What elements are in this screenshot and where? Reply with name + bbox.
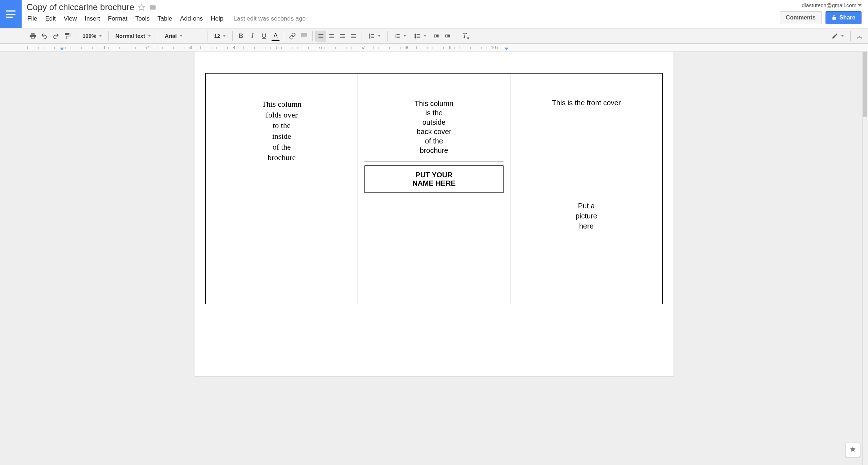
style-value: Normal text: [115, 33, 145, 39]
menu-insert[interactable]: Insert: [85, 15, 100, 22]
underline-button[interactable]: U: [259, 31, 269, 41]
svg-point-23: [415, 35, 416, 36]
increase-indent-button[interactable]: [442, 31, 453, 41]
caret-down-icon: [424, 35, 426, 37]
comments-button[interactable]: Comments: [780, 11, 822, 24]
caret-down-icon: [223, 35, 226, 37]
insert-link-button[interactable]: [287, 31, 298, 41]
caret-down-icon: [841, 35, 844, 37]
brochure-col-1[interactable]: This columnfolds overto theinsideof theb…: [206, 74, 358, 304]
bulleted-list-button[interactable]: [411, 31, 430, 41]
text-color-button[interactable]: A: [270, 31, 281, 41]
italic-button[interactable]: I: [247, 31, 258, 41]
align-left-button[interactable]: [316, 31, 326, 41]
editing-mode-button[interactable]: [828, 31, 847, 41]
picture-placeholder[interactable]: Put apicturehere: [517, 201, 656, 231]
svg-marker-29: [434, 35, 435, 37]
page[interactable]: This columnfolds overto theinsideof theb…: [194, 52, 674, 376]
line-spacing-button[interactable]: [365, 31, 384, 41]
paint-format-button[interactable]: [62, 31, 73, 41]
right-indent-marker[interactable]: [504, 48, 509, 50]
scrollbar-thumb[interactable]: [863, 52, 867, 117]
font-combo[interactable]: Arial: [161, 31, 204, 41]
menu-tools[interactable]: Tools: [135, 15, 150, 22]
clear-formatting-button[interactable]: T✕: [459, 31, 470, 41]
horizontal-ruler[interactable]: 12345678910: [0, 44, 868, 52]
ruler-number: 1: [103, 45, 106, 50]
zoom-value: 100%: [82, 33, 96, 39]
ruler-number: 8: [406, 45, 408, 50]
insert-comment-button[interactable]: [299, 31, 309, 41]
star-icon[interactable]: [138, 4, 145, 11]
svg-text:3: 3: [395, 36, 396, 39]
svg-marker-0: [138, 4, 144, 10]
ruler-number: 3: [190, 45, 192, 50]
zoom-combo[interactable]: 100%: [79, 31, 106, 41]
caret-down-icon: [403, 35, 406, 37]
explore-button[interactable]: [846, 443, 860, 457]
col1-text[interactable]: This columnfolds overto theinsideof theb…: [212, 99, 351, 163]
toolbar: 100% Normal text Arial 12 B I U A 123: [0, 28, 868, 44]
font-value: Arial: [165, 33, 176, 39]
text-cursor: [230, 62, 230, 72]
name-placeholder-box[interactable]: PUT YOURNAME HERE: [364, 165, 504, 193]
paragraph-style-combo[interactable]: Normal text: [112, 31, 155, 41]
docs-logo[interactable]: [0, 0, 22, 28]
svg-marker-34: [445, 35, 447, 37]
col2-text[interactable]: This columnis theoutsideback coverof the…: [364, 99, 504, 155]
caret-down-icon: [378, 35, 381, 37]
docs-logo-icon: [6, 10, 15, 18]
undo-button[interactable]: [39, 31, 50, 41]
document-canvas[interactable]: This columnfolds overto theinsideof theb…: [0, 52, 868, 465]
menu-addons[interactable]: Add-ons: [180, 15, 203, 22]
menu-view[interactable]: View: [64, 15, 77, 22]
svg-point-22: [415, 34, 416, 35]
vertical-scrollbar[interactable]: [862, 52, 868, 465]
menu-table[interactable]: Table: [157, 15, 172, 22]
comments-label: Comments: [786, 14, 816, 21]
titlebar: Copy of chiccarine brochure File Edit Vi…: [0, 0, 868, 28]
ruler-number: 10: [491, 45, 496, 50]
share-label: Share: [840, 14, 855, 21]
align-right-button[interactable]: [337, 31, 348, 41]
ruler-number: 5: [276, 45, 279, 50]
caret-down-icon: [148, 35, 151, 37]
ruler-number: 4: [233, 45, 236, 50]
divider: [364, 161, 504, 162]
bold-button[interactable]: B: [236, 31, 246, 41]
size-value: 12: [214, 33, 220, 39]
menubar: File Edit View Insert Format Tools Table…: [27, 12, 775, 26]
share-button[interactable]: Share: [826, 11, 862, 24]
redo-button[interactable]: [50, 31, 61, 41]
collapse-toolbar-button[interactable]: ︽: [854, 31, 864, 41]
account-menu[interactable]: dlastutech@gmail.com: [802, 2, 862, 8]
ruler-number: 6: [319, 45, 322, 50]
numbered-list-button[interactable]: 123: [390, 31, 410, 41]
document-title[interactable]: Copy of chiccarine brochure: [27, 2, 134, 12]
caret-down-icon: [99, 35, 102, 37]
ruler-number: 7: [363, 45, 365, 50]
svg-point-24: [415, 37, 416, 38]
menu-file[interactable]: File: [27, 15, 37, 22]
brochure-table[interactable]: This columnfolds overto theinsideof theb…: [205, 73, 663, 304]
align-center-button[interactable]: [326, 31, 337, 41]
last-edit-text: Last edit was seconds ago: [233, 15, 305, 22]
menu-format[interactable]: Format: [108, 15, 127, 22]
top-right: dlastutech@gmail.com Comments Share: [780, 0, 868, 28]
col3-title[interactable]: This is the front cover: [517, 99, 656, 107]
ruler-number: 9: [449, 45, 452, 50]
brochure-col-2[interactable]: This columnis theoutsideback coverof the…: [358, 74, 510, 304]
brochure-col-3[interactable]: This is the front cover Put apicturehere: [510, 74, 663, 304]
folder-icon[interactable]: [149, 4, 157, 11]
decrease-indent-button[interactable]: [431, 31, 442, 41]
font-size-combo[interactable]: 12: [210, 31, 229, 41]
menu-edit[interactable]: Edit: [45, 15, 55, 22]
align-justify-button[interactable]: [348, 31, 359, 41]
menu-help[interactable]: Help: [211, 15, 223, 22]
table-row: This columnfolds overto theinsideof theb…: [206, 74, 663, 304]
caret-down-icon: [180, 35, 183, 37]
print-button[interactable]: [27, 31, 38, 41]
left-indent-marker[interactable]: [60, 48, 64, 50]
account-email: dlastutech@gmail.com: [802, 2, 856, 8]
ruler-number: 2: [147, 45, 149, 50]
